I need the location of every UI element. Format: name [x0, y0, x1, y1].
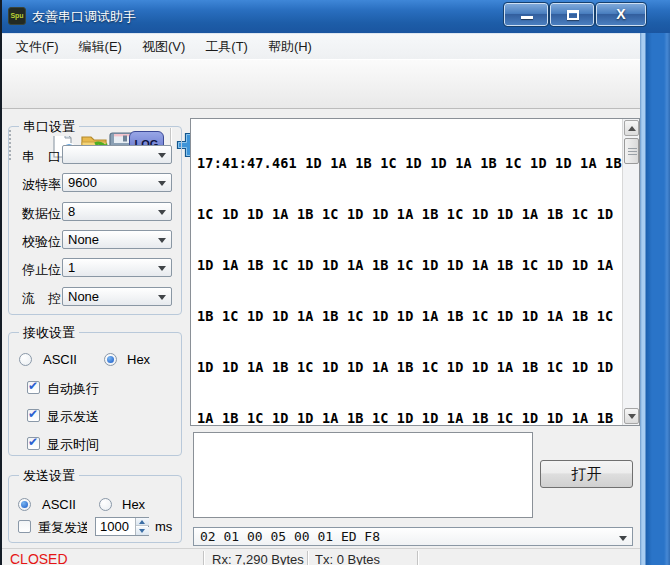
interval-stepper [95, 517, 149, 536]
statusbar-separator [203, 551, 204, 565]
spin-up-icon[interactable] [136, 518, 149, 526]
stopbits-value: 1 [68, 260, 75, 275]
tx-counter: Tx: 0 Bytes [315, 552, 415, 565]
recv-hex-label[interactable]: Hex [127, 352, 150, 367]
receive-settings-title: 接收设置 [19, 324, 79, 342]
scroll-down-icon[interactable] [624, 408, 639, 424]
databits-label: 数据位 [22, 205, 61, 223]
hex-line: 1C 1D 1D 1A 1B 1C 1D 1D 1A 1B 1C 1D 1D 1… [197, 206, 622, 223]
chevron-down-icon [158, 238, 166, 243]
show-time-label[interactable]: 显示时间 [47, 436, 99, 454]
hex-line: 1B 1C 1D 1D 1A 1B 1C 1D 1D 1A 1B 1C 1D 1… [197, 308, 622, 325]
recv-ascii-label[interactable]: ASCII [43, 352, 77, 367]
interval-unit-label: ms [155, 519, 172, 534]
flowctrl-value: None [68, 289, 99, 304]
scrollbar-thumb[interactable] [624, 138, 639, 164]
menu-edit[interactable]: 编辑(E) [69, 34, 132, 60]
serial-settings-title: 串口设置 [19, 118, 79, 136]
chevron-down-icon [158, 266, 166, 271]
auto-newline-label[interactable]: 自动换行 [47, 380, 99, 398]
baud-label: 波特率 [22, 176, 61, 194]
open-port-button[interactable]: 打开 [540, 460, 633, 488]
window-title: 友善串口调试助手 [32, 8, 136, 26]
baud-select[interactable]: 9600 [62, 173, 172, 192]
hex-lines: 17:41:47.461 1D 1A 1B 1C 1D 1D 1A 1B 1C … [197, 121, 622, 426]
send-ascii-label[interactable]: ASCII [42, 497, 76, 512]
flowctrl-select[interactable]: None [62, 287, 172, 306]
databits-select[interactable]: 8 [62, 202, 172, 221]
chevron-down-icon [158, 181, 166, 186]
window-left-border [0, 0, 2, 565]
connection-status: CLOSED [10, 551, 68, 565]
scroll-up-icon[interactable] [624, 120, 639, 136]
app-window: Spu 友善串口调试助手 X 文件(F) 编辑(E) 视图(V) 工具(T) 帮… [0, 0, 670, 565]
show-time-checkbox[interactable] [27, 437, 40, 450]
send-settings-title: 发送设置 [19, 467, 79, 485]
maximize-button[interactable] [550, 3, 594, 26]
menu-help[interactable]: 帮助(H) [258, 34, 322, 60]
vertical-scrollbar[interactable] [622, 119, 639, 425]
repeat-send-checkbox[interactable] [18, 520, 31, 533]
recv-ascii-radio[interactable] [19, 353, 32, 366]
close-button[interactable]: X [596, 3, 646, 26]
port-label: 串 口 [22, 148, 61, 166]
port-select[interactable] [62, 145, 172, 164]
spin-down-icon[interactable] [136, 527, 149, 535]
caption-buttons: X [502, 3, 646, 26]
show-send-checkbox[interactable] [27, 409, 40, 422]
app-icon: Spu [8, 7, 26, 25]
chevron-down-icon [158, 210, 166, 215]
chevron-down-icon [158, 153, 166, 158]
menu-tools[interactable]: 工具(T) [195, 34, 258, 60]
parity-select[interactable]: None [62, 230, 172, 249]
auto-newline-checkbox[interactable] [27, 381, 40, 394]
flowctrl-label: 流 控 [22, 290, 61, 308]
databits-value: 8 [68, 204, 75, 219]
statusbar-separator [417, 551, 418, 565]
menu-file[interactable]: 文件(F) [6, 34, 69, 60]
send-command-combo[interactable]: 02 01 00 05 00 01 ED F8 [193, 527, 633, 546]
toolbar: LOG [2, 59, 640, 109]
status-bar: CLOSED Rx: 7,290 Bytes Tx: 0 Bytes [2, 548, 640, 565]
stopbits-label: 停止位 [22, 261, 61, 279]
parity-value: None [68, 232, 99, 247]
show-send-label[interactable]: 显示发送 [47, 408, 99, 426]
maximize-icon [567, 10, 579, 20]
minimize-button[interactable] [504, 3, 548, 26]
hex-line: 1A 1B 1C 1D 1D 1A 1B 1C 1D 1D 1A 1B 1C 1… [197, 410, 622, 426]
statusbar-separator [307, 551, 308, 565]
menu-view[interactable]: 视图(V) [132, 34, 195, 60]
close-icon: X [597, 4, 645, 25]
chevron-down-icon [158, 295, 166, 300]
baud-value: 9600 [68, 175, 97, 190]
stopbits-select[interactable]: 1 [62, 258, 172, 277]
hex-line: 1D 1D 1A 1B 1C 1D 1D 1A 1B 1C 1D 1D 1A 1… [197, 359, 622, 376]
chevron-down-icon [619, 536, 627, 541]
recv-hex-radio[interactable] [104, 353, 117, 366]
receive-data-view[interactable]: 17:41:47.461 1D 1A 1B 1C 1D 1D 1A 1B 1C … [190, 118, 640, 426]
send-hex-radio[interactable] [99, 498, 112, 511]
parity-label: 校验位 [22, 233, 61, 251]
menu-bar: 文件(F) 编辑(E) 视图(V) 工具(T) 帮助(H) [2, 33, 640, 59]
send-message-textarea[interactable] [193, 432, 533, 518]
repeat-send-label[interactable]: 重复发送 [38, 519, 87, 537]
rx-counter: Rx: 7,290 Bytes [212, 552, 307, 565]
hex-line: 1D 1A 1B 1C 1D 1D 1A 1B 1C 1D 1D 1A 1B 1… [197, 257, 622, 274]
send-command-value: 02 01 00 05 00 01 ED F8 [200, 529, 380, 544]
hex-line: 17:41:47.461 1D 1A 1B 1C 1D 1D 1A 1B 1C … [197, 155, 622, 172]
title-bar: Spu 友善串口调试助手 X [0, 0, 670, 33]
minimize-icon [521, 16, 533, 19]
send-ascii-radio[interactable] [18, 498, 31, 511]
window-right-border [640, 33, 670, 565]
send-hex-label[interactable]: Hex [122, 497, 145, 512]
interval-input[interactable] [96, 518, 135, 535]
